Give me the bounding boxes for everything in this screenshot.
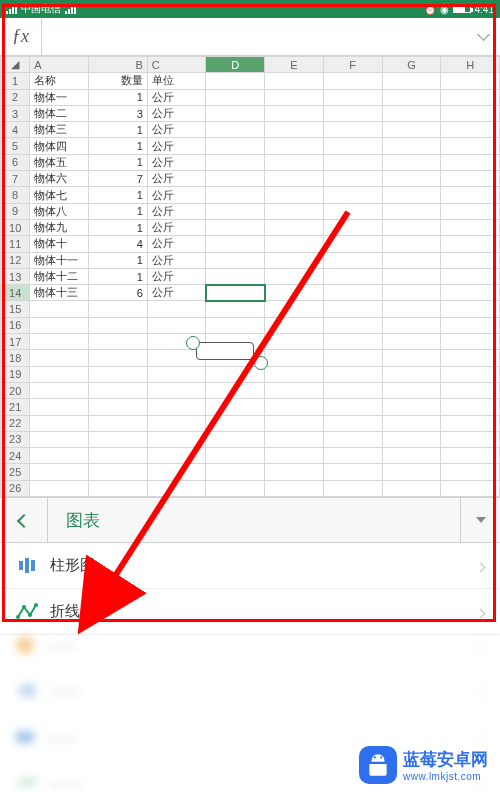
cell[interactable] xyxy=(206,448,265,464)
cell[interactable] xyxy=(382,301,441,317)
row-header[interactable]: 19 xyxy=(1,366,30,382)
cell[interactable] xyxy=(30,350,89,366)
cell[interactable] xyxy=(89,399,148,415)
cell[interactable] xyxy=(441,350,500,366)
cell[interactable] xyxy=(206,431,265,447)
cell[interactable] xyxy=(30,334,89,350)
cell[interactable] xyxy=(382,219,441,235)
cell[interactable] xyxy=(441,317,500,333)
cell[interactable] xyxy=(441,448,500,464)
cell[interactable]: 7 xyxy=(89,171,148,187)
row-header[interactable]: 23 xyxy=(1,431,30,447)
cell[interactable]: 1 xyxy=(89,268,148,284)
cell[interactable] xyxy=(265,236,324,252)
cell[interactable] xyxy=(323,366,382,382)
row-header[interactable]: 21 xyxy=(1,399,30,415)
cell[interactable] xyxy=(382,448,441,464)
cell[interactable] xyxy=(265,415,324,431)
cell[interactable]: 公斤 xyxy=(147,203,206,219)
cell[interactable] xyxy=(323,171,382,187)
cell[interactable] xyxy=(382,122,441,138)
cell[interactable] xyxy=(323,122,382,138)
cell[interactable] xyxy=(147,448,206,464)
cell[interactable] xyxy=(206,301,265,317)
cell[interactable] xyxy=(382,399,441,415)
col-header-G[interactable]: G xyxy=(382,57,441,73)
cell[interactable]: 物体七 xyxy=(30,187,89,203)
cell[interactable] xyxy=(382,334,441,350)
cell[interactable] xyxy=(441,334,500,350)
cell[interactable] xyxy=(323,285,382,301)
cell[interactable] xyxy=(382,154,441,170)
row-header[interactable]: 26 xyxy=(1,480,30,496)
ribbon-back-button[interactable] xyxy=(0,498,48,542)
cell[interactable] xyxy=(147,334,206,350)
cell[interactable]: 1 xyxy=(89,138,148,154)
table-row[interactable]: 23 xyxy=(1,431,500,447)
cell[interactable] xyxy=(441,105,500,121)
cell[interactable]: 6 xyxy=(89,285,148,301)
cell[interactable] xyxy=(89,464,148,480)
cell[interactable] xyxy=(265,219,324,235)
row-header[interactable]: 2 xyxy=(1,89,30,105)
cell[interactable]: 1 xyxy=(89,187,148,203)
cell[interactable] xyxy=(30,399,89,415)
cell[interactable]: 物体六 xyxy=(30,171,89,187)
table-row[interactable]: 20 xyxy=(1,382,500,398)
cell[interactable] xyxy=(147,317,206,333)
cell[interactable] xyxy=(382,187,441,203)
cell[interactable] xyxy=(89,480,148,496)
cell[interactable] xyxy=(382,464,441,480)
cell[interactable] xyxy=(265,285,324,301)
row-header[interactable]: 20 xyxy=(1,382,30,398)
cell[interactable] xyxy=(147,464,206,480)
cell[interactable] xyxy=(147,399,206,415)
cell[interactable] xyxy=(323,187,382,203)
cell[interactable] xyxy=(382,89,441,105)
cell[interactable] xyxy=(382,415,441,431)
grid[interactable]: ◢ A B C D E F G H 1名称数量单位2物体一1公斤3物体二3公斤4… xyxy=(0,56,500,497)
cell[interactable] xyxy=(382,317,441,333)
cell[interactable]: 公斤 xyxy=(147,154,206,170)
table-row[interactable]: 10物体九1公斤 xyxy=(1,219,500,235)
cell[interactable]: 物体十 xyxy=(30,236,89,252)
cell[interactable] xyxy=(206,399,265,415)
table-row[interactable]: 15 xyxy=(1,301,500,317)
cell[interactable] xyxy=(265,138,324,154)
cell[interactable] xyxy=(382,366,441,382)
cell[interactable] xyxy=(265,382,324,398)
cell[interactable] xyxy=(265,203,324,219)
cell[interactable] xyxy=(206,252,265,268)
table-row[interactable]: 6物体五1公斤 xyxy=(1,154,500,170)
cell[interactable] xyxy=(147,301,206,317)
cell[interactable] xyxy=(206,73,265,89)
table-row[interactable]: 18 xyxy=(1,350,500,366)
cell[interactable] xyxy=(206,154,265,170)
row-header[interactable]: 4 xyxy=(1,122,30,138)
cell[interactable]: 物体一 xyxy=(30,89,89,105)
spreadsheet[interactable]: ◢ A B C D E F G H 1名称数量单位2物体一1公斤3物体二3公斤4… xyxy=(0,56,500,497)
cell[interactable] xyxy=(206,187,265,203)
cell[interactable] xyxy=(323,480,382,496)
cell[interactable] xyxy=(30,382,89,398)
ribbon-title[interactable]: 图表 xyxy=(48,509,460,532)
cell[interactable] xyxy=(323,334,382,350)
cell[interactable] xyxy=(323,415,382,431)
formula-expand-button[interactable] xyxy=(466,18,500,55)
cell[interactable] xyxy=(323,89,382,105)
cell[interactable]: 公斤 xyxy=(147,219,206,235)
cell[interactable] xyxy=(206,236,265,252)
ribbon-dropdown-button[interactable] xyxy=(460,498,500,542)
row-header[interactable]: 3 xyxy=(1,105,30,121)
cell[interactable]: 公斤 xyxy=(147,187,206,203)
cell[interactable] xyxy=(441,203,500,219)
cell[interactable] xyxy=(323,268,382,284)
row-header[interactable]: 8 xyxy=(1,187,30,203)
cell[interactable] xyxy=(206,285,265,301)
cell[interactable] xyxy=(265,448,324,464)
cell[interactable] xyxy=(265,252,324,268)
cell[interactable]: 公斤 xyxy=(147,105,206,121)
table-row[interactable]: 5物体四1公斤 xyxy=(1,138,500,154)
cell[interactable]: 1 xyxy=(89,154,148,170)
cell[interactable] xyxy=(323,203,382,219)
